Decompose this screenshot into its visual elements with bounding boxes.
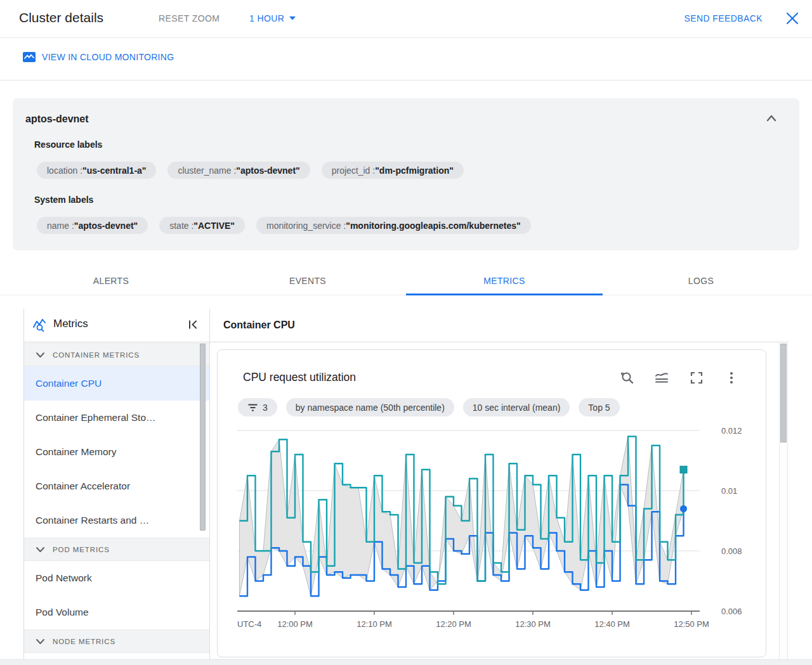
collapse-left-icon (187, 318, 199, 331)
sidebar-item-container-ephemeral-sto[interactable]: Container Ephemeral Sto… (24, 401, 209, 435)
label-value: "aptos-devnet" (74, 221, 138, 231)
resource-labels-row: location : "us-central1-a"cluster_name :… (37, 162, 464, 179)
filter-chip-label: 3 (263, 403, 268, 413)
sidebar-item-container-cpu[interactable]: Container CPU (24, 366, 209, 401)
metric-group-header[interactable]: POD METRICS (24, 538, 209, 561)
y-axis-label: 0.008 (721, 546, 742, 556)
page-scrollbar-track[interactable] (779, 343, 788, 659)
fullscreen-icon (689, 370, 704, 385)
metric-group-label: CONTAINER METRICS (53, 351, 140, 359)
y-axis-label: 0.012 (721, 426, 742, 436)
system-label-chip: monitoring_service : "monitoring.googlea… (256, 217, 531, 234)
filter-list-icon (247, 403, 258, 412)
tab-metrics[interactable]: METRICS (406, 266, 603, 295)
resource-labels-heading: Resource labels (34, 139, 102, 150)
label-key: name : (47, 221, 74, 231)
chart-filter-chips: 3by namespace name (50th percentile)10 s… (238, 398, 620, 416)
more-vert-icon (724, 370, 739, 385)
label-key: monitoring_service : (266, 221, 346, 231)
chart-zoom-button[interactable] (619, 370, 634, 385)
monitoring-chart-icon (23, 52, 36, 62)
chevron-down-icon (36, 546, 45, 553)
page-scrollbar-thumb[interactable] (780, 344, 787, 442)
cpu-chart[interactable]: 0.0060.0080.010.012UTC-412:00 PM12:10 PM… (218, 350, 766, 657)
header-row-divider (23, 342, 789, 342)
time-range-dropdown[interactable]: 1 HOUR (249, 13, 296, 23)
page-header: Cluster details RESET ZOOM 1 HOUR SEND F… (0, 0, 812, 38)
filter-chip-2[interactable]: 10 sec interval (mean) (463, 398, 570, 416)
chart-more-button[interactable] (724, 370, 739, 385)
x-axis-label: 12:40 PM (594, 619, 630, 629)
series-end-marker-square (680, 466, 687, 473)
sidebar-item-pod-network[interactable]: Pod Network (24, 561, 209, 595)
area-chart-icon (654, 370, 669, 385)
y-axis-label: 0.006 (721, 607, 742, 616)
chart-fullscreen-button[interactable] (689, 370, 704, 385)
sidebar-scrollbar[interactable] (200, 344, 206, 531)
system-label-chip: name : "aptos-devnet" (37, 217, 148, 234)
view-in-cloud-monitoring-link[interactable]: VIEW IN CLOUD MONITORING (23, 52, 174, 62)
y-axis-label: 0.01 (721, 486, 737, 496)
send-feedback-button[interactable]: SEND FEEDBACK (684, 13, 763, 23)
resource-label-chip: location : "us-central1-a" (37, 162, 156, 179)
secondary-toolbar: VIEW IN CLOUD MONITORING (0, 39, 812, 81)
sidebar-item-container-memory[interactable]: Container Memory (24, 435, 209, 469)
series-end-marker-circle (680, 505, 687, 512)
view-in-cloud-monitoring-label: VIEW IN CLOUD MONITORING (42, 52, 174, 62)
filter-chip-1[interactable]: by namespace name (50th percentile) (286, 398, 454, 416)
label-value: "monitoring.googleapis.com/kubernetes" (346, 221, 520, 231)
resource-label-chip: project_id : "dm-pcfmigration" (322, 162, 464, 179)
x-axis-timezone-label: UTC-4 (237, 619, 261, 629)
label-value: "ACTIVE" (193, 221, 235, 231)
filter-chip-label: 10 sec interval (mean) (473, 403, 561, 413)
chevron-down-icon (36, 352, 45, 358)
close-button[interactable] (784, 11, 801, 27)
x-axis-label: 12:00 PM (277, 619, 313, 629)
chevron-up-icon (765, 113, 778, 122)
label-key: state : (169, 221, 193, 231)
bottom-strip (0, 659, 812, 665)
reset-zoom-button[interactable]: RESET ZOOM (159, 13, 219, 23)
x-axis-label: 12:50 PM (674, 619, 709, 629)
filter-chip-label: Top 5 (588, 403, 610, 413)
filter-chip-0[interactable]: 3 (238, 398, 277, 416)
sidebar-item-container-restarts-and[interactable]: Container Restarts and … (24, 503, 209, 538)
metric-group-header[interactable]: CONTAINER METRICS (24, 343, 209, 366)
chart-section-title: Container CPU (223, 320, 295, 331)
metrics-panel-header: Metrics (24, 309, 209, 342)
collapse-card-button[interactable] (764, 111, 779, 126)
caret-down-icon (289, 16, 296, 20)
tab-events[interactable]: EVENTS (209, 266, 406, 295)
system-labels-heading: System labels (34, 195, 93, 205)
label-key: location : (47, 165, 82, 176)
resource-label-chip: cluster_name : "aptos-devnet" (167, 162, 310, 179)
label-value: "aptos-devnet" (236, 165, 299, 176)
metrics-explorer-icon (32, 317, 48, 336)
label-value: "us-central1-a" (82, 165, 146, 176)
label-key: project_id : (332, 165, 375, 176)
tab-alerts[interactable]: ALERTS (13, 266, 209, 295)
filter-chip-3[interactable]: Top 5 (579, 398, 619, 416)
filter-chip-label: by namespace name (50th percentile) (296, 403, 445, 413)
metric-group-header[interactable]: NODE METRICS (24, 629, 209, 653)
collapse-panel-button[interactable] (185, 318, 200, 333)
cpu-chart-card: 0.0060.0080.010.012UTC-412:00 PM12:10 PM… (217, 349, 766, 657)
label-value: "dm-pcfmigration" (375, 165, 454, 176)
system-label-chip: state : "ACTIVE" (159, 217, 245, 234)
chart-toolbar (619, 370, 739, 385)
chart-type-button[interactable] (654, 370, 669, 385)
metrics-panel-title: Metrics (53, 318, 88, 330)
cluster-name-title: aptos-devnet (25, 113, 89, 125)
x-axis-label: 12:20 PM (436, 619, 471, 629)
sidebar-item-container-accelerator[interactable]: Container Accelerator (24, 469, 209, 503)
tab-logs[interactable]: LOGS (603, 266, 799, 295)
sidebar-item-pod-volume[interactable]: Pod Volume (24, 595, 209, 629)
metrics-list: CONTAINER METRICSContainer CPUContainer … (24, 343, 209, 659)
chevron-down-icon (36, 638, 45, 645)
page-title: Cluster details (19, 10, 103, 25)
metric-group-label: NODE METRICS (53, 638, 115, 645)
time-range-value: 1 HOUR (249, 13, 284, 23)
x-axis-label: 12:10 PM (357, 619, 392, 629)
sidebar-divider (209, 309, 210, 659)
metric-group-label: POD METRICS (53, 546, 110, 553)
